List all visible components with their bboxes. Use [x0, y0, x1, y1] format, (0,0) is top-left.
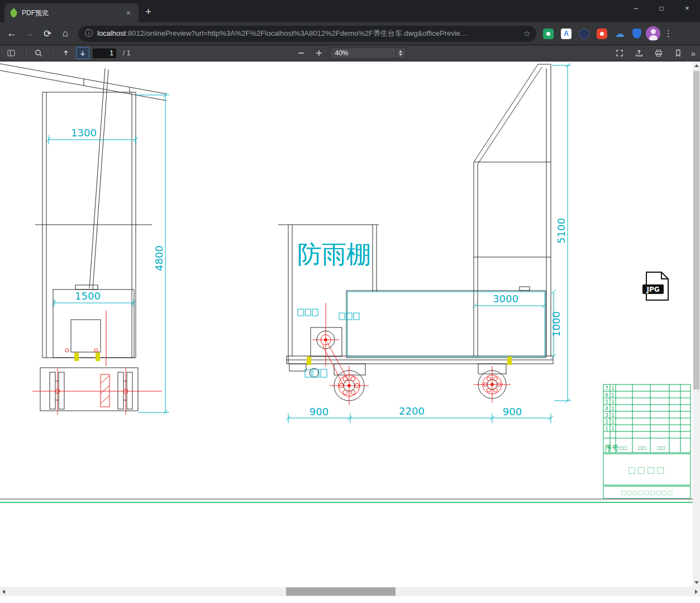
- dimension-2200: 2200: [399, 405, 425, 417]
- page-info-icon[interactable]: ⓘ: [85, 29, 93, 39]
- clamp-marks-yellow: [74, 353, 512, 365]
- scroll-left-arrow[interactable]: [0, 587, 7, 596]
- tab-strip: PDF预览 × + – □ ×: [0, 0, 700, 22]
- upload-icon[interactable]: [632, 47, 646, 59]
- svg-text:□□: □□: [638, 445, 646, 450]
- svg-text:□□: □□: [619, 445, 627, 450]
- sidebar-toggle-icon[interactable]: [4, 47, 18, 59]
- svg-text:4: 4: [605, 406, 608, 411]
- svg-text:7: 7: [605, 386, 608, 391]
- tab-title: PDF预览: [22, 8, 120, 18]
- back-button[interactable]: ←: [3, 25, 20, 42]
- extension-icon-5[interactable]: ☁: [615, 29, 625, 39]
- title-block-index-header: 序号: [604, 444, 619, 452]
- title-block-grid: [603, 384, 691, 498]
- sheet-border-lines: [0, 499, 693, 502]
- zoom-out-icon[interactable]: [294, 47, 308, 59]
- page-count-label: / 1: [123, 49, 130, 57]
- svg-text:1: 1: [611, 386, 614, 391]
- vertical-scrollbar-thumb[interactable]: [693, 71, 699, 390]
- pdf-viewport: 1300 4800 1500 防雨棚 3000 1000 5100 900 22…: [0, 61, 700, 603]
- pdf-toolbar: / 1 40% »: [0, 45, 700, 61]
- url-path: :8012/onlinePreview?url=http%3A%2F%2Floc…: [126, 29, 467, 37]
- reload-button[interactable]: ⟳: [39, 25, 56, 42]
- svg-text:1: 1: [611, 406, 614, 411]
- horizontal-scrollbar-thumb[interactable]: [286, 587, 396, 596]
- zoom-controls: 40%: [294, 47, 406, 59]
- svg-text:6: 6: [605, 393, 608, 398]
- scroll-right-arrow[interactable]: [693, 587, 700, 596]
- title-block-footer: □□□□□□□□□: [621, 490, 673, 496]
- svg-text:1: 1: [611, 420, 614, 425]
- dimension-3000: 3000: [493, 293, 518, 305]
- next-page-icon[interactable]: [76, 47, 89, 59]
- vertical-scrollbar[interactable]: [693, 61, 700, 587]
- bookmark-star-icon[interactable]: ☆: [523, 29, 531, 39]
- canopy-label: 防雨棚: [297, 240, 371, 268]
- minimize-button[interactable]: –: [623, 0, 649, 17]
- toolbar-divider: [52, 48, 53, 58]
- dimension-900-right: 900: [503, 406, 522, 417]
- jpg-icon-label: JPG: [646, 286, 659, 293]
- close-button[interactable]: ×: [674, 0, 700, 17]
- extensions-area: A ☁: [543, 29, 641, 39]
- scroll-up-arrow[interactable]: [693, 61, 700, 70]
- zoom-value: 40%: [335, 49, 349, 57]
- dimension-5100: 5100: [555, 218, 567, 244]
- title-block-text: 7 6 5 4 3 2 1 1 1 1 1 1 1 1 序号 □□ □□ □□ …: [604, 386, 673, 496]
- zoom-select[interactable]: 40%: [330, 48, 406, 59]
- address-bar[interactable]: ⓘ localhost:8012/onlinePreview?url=http%…: [78, 26, 536, 42]
- new-tab-button[interactable]: +: [145, 6, 151, 18]
- title-block-title: □□□□: [628, 465, 666, 475]
- url-host: localhost: [97, 29, 126, 37]
- svg-text:1: 1: [611, 413, 614, 418]
- print-icon[interactable]: [652, 47, 665, 59]
- dimension-4800: 4800: [153, 245, 165, 271]
- svg-text:2: 2: [605, 420, 608, 425]
- dimension-1000: 1000: [550, 311, 562, 337]
- leaf-favicon: [8, 8, 18, 18]
- home-button[interactable]: ⌂: [57, 25, 74, 42]
- extension-icon-4[interactable]: [597, 29, 607, 39]
- browser-toolbar: ← → ⟳ ⌂ ⓘ localhost:8012/onlinePreview?u…: [0, 22, 700, 45]
- fullscreen-icon[interactable]: [613, 47, 626, 59]
- scroll-down-arrow[interactable]: [693, 578, 700, 587]
- page-number-input[interactable]: [93, 49, 116, 58]
- zoom-in-icon[interactable]: [312, 47, 326, 59]
- centerlines-red: [32, 303, 511, 415]
- url-text[interactable]: localhost:8012/onlinePreview?url=http%3A…: [97, 29, 519, 39]
- front-view-structure: [0, 64, 166, 411]
- svg-text:1: 1: [611, 393, 614, 398]
- extension-icon-1[interactable]: [543, 29, 554, 39]
- svg-text:5: 5: [605, 400, 608, 405]
- profile-avatar[interactable]: [646, 26, 660, 41]
- toolbar-divider: [25, 48, 25, 58]
- maximize-button[interactable]: □: [649, 0, 674, 17]
- dimension-1500: 1500: [75, 290, 101, 302]
- svg-text:□□: □□: [657, 445, 665, 450]
- dimension-1300: 1300: [71, 127, 97, 139]
- cad-drawing: 1300 4800 1500 防雨棚 3000 1000 5100 900 22…: [0, 61, 693, 587]
- extension-icon-3[interactable]: [579, 29, 589, 39]
- side-view-structure: [278, 64, 553, 401]
- search-icon[interactable]: [32, 47, 45, 59]
- previous-page-icon[interactable]: [59, 47, 73, 59]
- jpg-file-icon: JPG: [642, 272, 668, 300]
- tab-close-icon[interactable]: ×: [124, 8, 133, 17]
- svg-text:1: 1: [605, 426, 608, 431]
- svg-text:1: 1: [611, 426, 614, 431]
- extension-icon-6[interactable]: [632, 29, 641, 39]
- dimension-900-left: 900: [309, 406, 328, 417]
- more-tools-icon[interactable]: »: [691, 49, 696, 58]
- tab-pdf-preview[interactable]: PDF预览 ×: [4, 3, 139, 22]
- horizontal-scrollbar[interactable]: [0, 587, 700, 596]
- svg-text:1: 1: [611, 400, 614, 405]
- window-controls: – □ ×: [623, 0, 700, 17]
- svg-text:3: 3: [605, 413, 608, 418]
- bookmark-icon[interactable]: [672, 47, 685, 59]
- extension-icon-2[interactable]: A: [561, 29, 572, 39]
- forward-button: →: [21, 25, 38, 42]
- browser-menu-icon[interactable]: ⋮: [664, 29, 673, 39]
- zoom-select-arrows: [396, 48, 406, 58]
- pdf-toolbar-right: »: [613, 47, 696, 59]
